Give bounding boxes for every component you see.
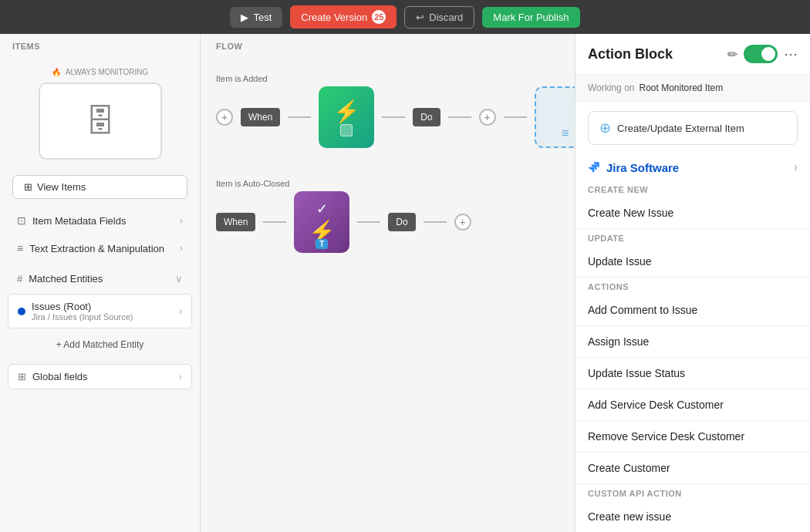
grid-icon: ⊞ — [24, 181, 32, 193]
item-added-flow-group: Item is Added + When ⚡ Do + — [216, 74, 575, 148]
flow-panel: FLOW Item is Added + When ⚡ Do — [201, 34, 575, 532]
more-options-icon[interactable]: ⋯ — [784, 45, 798, 62]
action-block-title: Action Block — [588, 46, 721, 62]
metadata-chevron-icon: › — [180, 215, 183, 226]
card-badge-1 — [340, 124, 353, 136]
issues-root-item[interactable]: Issues (Root) Jira / Issues (Input Sourc… — [8, 294, 192, 328]
create-update-external-button[interactable]: ⊕ Create/Update External Item — [588, 111, 798, 145]
check-icon: ✓ — [316, 200, 328, 217]
flow-header: FLOW — [201, 34, 575, 59]
add-comment-item[interactable]: Add Comment to Issue — [575, 295, 810, 326]
action-block-toggle[interactable] — [744, 45, 778, 63]
when-label-1: When — [241, 108, 280, 126]
version-count-badge: 25 — [372, 10, 386, 24]
item-added-flow-row: + When ⚡ Do + ≡ — [216, 86, 575, 148]
jira-section-header[interactable]: Jira Software › — [575, 154, 810, 180]
actions-section-label: ACTIONS — [575, 278, 810, 295]
add-trigger-button[interactable]: + — [216, 109, 233, 126]
item-closed-flow-row: When ✓ ⚡ T Do + — [216, 191, 471, 253]
extraction-icon: ≡ — [17, 242, 23, 254]
action-block-dots-icon: ≡ — [562, 126, 569, 140]
flame-icon: 🔥 — [52, 68, 61, 76]
connector-6 — [263, 221, 286, 223]
do-label-2: Do — [388, 213, 415, 231]
connector-4 — [504, 116, 527, 118]
jira-logo-icon — [588, 161, 600, 173]
create-version-button[interactable]: Create Version 25 — [290, 5, 397, 29]
update-status-item[interactable]: Update Issue Status — [575, 358, 810, 389]
matched-entities-icon: # — [17, 273, 22, 285]
add-matched-entity-button[interactable]: + Add Matched Entity — [8, 335, 192, 355]
t-badge: T — [316, 239, 328, 249]
left-items-section: ⊡ Item Metadata Fields › ≡ Text Extracti… — [8, 208, 192, 264]
issues-root-chevron-icon: › — [179, 306, 182, 317]
db-icon-container: 🗄 — [39, 82, 162, 160]
issues-root-details: Issues (Root) Jira / Issues (Input Sourc… — [32, 301, 179, 322]
connector-1 — [288, 116, 311, 118]
action-block-panel-header: Action Block ✏ ⋯ — [575, 34, 810, 75]
update-issue-item[interactable]: Update Issue — [575, 246, 810, 278]
custom-api-section-label: CUSTOM API ACTION — [575, 484, 810, 501]
connector-8 — [424, 221, 447, 223]
toggle-knob — [761, 47, 775, 61]
assign-issue-item[interactable]: Assign Issue — [575, 326, 810, 358]
database-icon: 🗄 — [85, 104, 116, 139]
jira-dot-icon — [18, 308, 25, 315]
bolt-icon-1: ⚡ — [333, 99, 360, 124]
toolbar: ▶ Test Create Version 25 ↩ Discard Mark … — [0, 0, 810, 34]
flow-content: Item is Added + When ⚡ Do + — [201, 59, 575, 268]
publish-button[interactable]: Mark For Publish — [482, 7, 579, 28]
edit-icon[interactable]: ✏ — [727, 47, 737, 62]
action-block-card[interactable]: ≡ — [535, 86, 575, 148]
item-added-label: Item is Added — [216, 74, 575, 83]
create-update-plus-icon: ⊕ — [599, 120, 611, 136]
create-new-section-label: CREATE NEW — [575, 180, 810, 197]
add-action-button-2[interactable]: + — [454, 214, 471, 231]
items-section-header: ITEMS — [0, 34, 200, 59]
jira-chevron-icon: › — [794, 160, 798, 174]
discard-button[interactable]: ↩ Discard — [404, 6, 474, 29]
item-closed-trigger-card[interactable]: ✓ ⚡ T — [294, 191, 349, 253]
global-fields-chevron-icon: › — [179, 371, 182, 382]
global-fields-item[interactable]: ⊞ Global fields › — [8, 364, 192, 389]
left-panel: ITEMS 🔥 ALWAYS MONITORING 🗄 ⊞ View Items… — [0, 34, 201, 532]
item-closed-flow-group: Item is Auto-Closed When ✓ ⚡ T Do + — [216, 179, 471, 253]
metadata-icon: ⊡ — [17, 214, 26, 227]
view-items-button[interactable]: ⊞ View Items — [12, 175, 187, 199]
remove-service-desk-item[interactable]: Remove Service Desk Customer — [575, 421, 810, 453]
create-new-issue-custom-item[interactable]: Create new issue — [575, 501, 810, 532]
add-action-button-1[interactable]: + — [479, 109, 496, 126]
right-panel: Action Block ✏ ⋯ Working on Root Monitor… — [575, 34, 810, 532]
matched-entities-expand-icon: ∨ — [175, 273, 183, 285]
play-icon: ▶ — [241, 12, 248, 23]
create-customer-item[interactable]: Create Customer — [575, 453, 810, 484]
monitor-section: 🔥 ALWAYS MONITORING 🗄 — [0, 59, 200, 169]
discard-icon: ↩ — [416, 12, 424, 23]
global-fields-icon: ⊞ — [18, 371, 26, 382]
matched-entities-header[interactable]: # Matched Entities ∨ — [8, 267, 192, 291]
do-label-1: Do — [413, 108, 440, 126]
text-extraction-item[interactable]: ≡ Text Extraction & Manipulation › — [8, 236, 192, 261]
always-monitoring-badge: 🔥 ALWAYS MONITORING — [52, 68, 148, 76]
item-added-trigger-card[interactable]: ⚡ — [319, 86, 374, 148]
item-closed-label: Item is Auto-Closed — [216, 179, 471, 188]
update-section-label: UPDATE — [575, 229, 810, 246]
main-content: ITEMS 🔥 ALWAYS MONITORING 🗄 ⊞ View Items… — [0, 34, 810, 532]
working-on-row: Working on Root Monitored Item — [575, 75, 810, 102]
when-label-2: When — [216, 213, 255, 231]
connector-2 — [382, 116, 405, 118]
test-button[interactable]: ▶ Test — [230, 7, 282, 28]
connector-3 — [448, 116, 471, 118]
add-service-desk-item[interactable]: Add Service Desk Customer — [575, 389, 810, 421]
create-new-issue-item[interactable]: Create New Issue — [575, 197, 810, 229]
item-metadata-fields-item[interactable]: ⊡ Item Metadata Fields › — [8, 208, 192, 233]
connector-7 — [357, 221, 380, 223]
extraction-chevron-icon: › — [180, 243, 183, 254]
